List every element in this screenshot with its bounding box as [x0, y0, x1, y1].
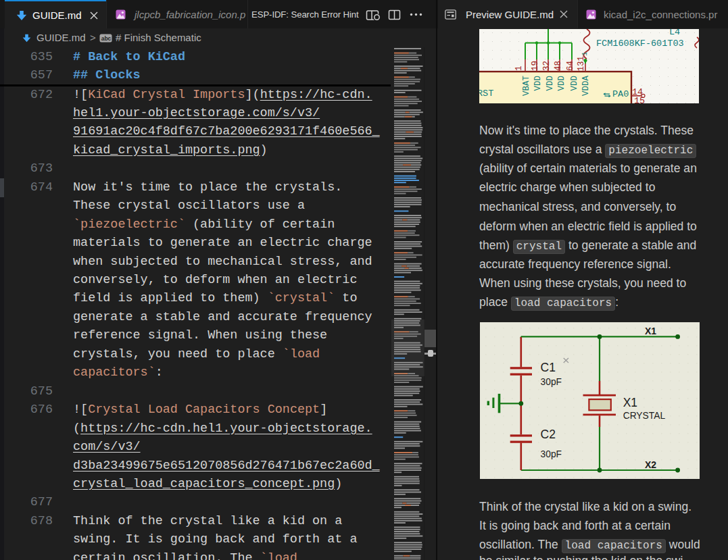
svg-text:X2: X2: [645, 459, 656, 470]
svg-text:RST: RST: [479, 88, 493, 99]
svg-text:C2: C2: [541, 428, 556, 441]
svg-text:30pF: 30pF: [541, 377, 562, 387]
svg-text:X1: X1: [623, 396, 637, 409]
svg-text:64: 64: [566, 61, 575, 71]
svg-text:VDD: VDD: [545, 76, 555, 91]
svg-text:VBAT: VBAT: [522, 76, 531, 97]
svg-text:C1: C1: [541, 361, 556, 374]
svg-text:30pF: 30pF: [541, 449, 562, 459]
svg-text:15: 15: [634, 96, 645, 103]
svg-text:48: 48: [554, 61, 563, 71]
svg-text:32: 32: [542, 61, 552, 71]
svg-text:L4: L4: [669, 29, 680, 37]
svg-text:1: 1: [581, 51, 589, 56]
svg-text:X1: X1: [645, 326, 656, 336]
svg-text:PA0: PA0: [612, 89, 629, 99]
svg-text:VDD: VDD: [533, 76, 543, 91]
svg-text:abc: abc: [101, 35, 112, 42]
svg-text:19: 19: [531, 61, 540, 71]
svg-text:CRYSTAL: CRYSTAL: [623, 411, 666, 421]
svg-text:131: 131: [577, 56, 586, 72]
svg-text:FCM1608KF-601T03: FCM1608KF-601T03: [596, 39, 684, 49]
svg-text:VDD: VDD: [557, 76, 566, 91]
svg-text:1: 1: [514, 66, 524, 71]
svg-text:VDD: VDD: [570, 76, 579, 91]
svg-text:VDDA: VDDA: [581, 76, 591, 97]
